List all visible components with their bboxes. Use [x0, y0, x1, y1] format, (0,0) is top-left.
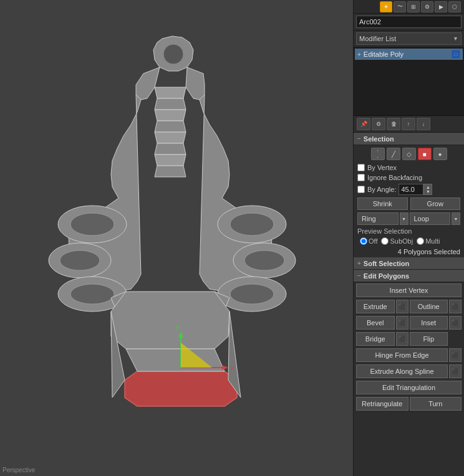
inset-settings-icon[interactable]: ⬛ — [449, 316, 462, 330]
hinge-row: Hinge From Edge ⬛ — [354, 347, 464, 363]
modifier-stack: + Editable Poly □ — [354, 47, 464, 116]
border-mode-icon[interactable]: ◇ — [402, 148, 416, 160]
turn-button[interactable]: Turn — [410, 397, 462, 411]
soft-sel-title: Soft Selection — [364, 260, 409, 267]
svg-marker-6 — [155, 98, 186, 110]
outline-settings-icon[interactable]: ⬛ — [449, 300, 462, 313]
modifier-list-label: Modifier List — [359, 35, 453, 42]
delete-modifier-icon[interactable]: 🗑 — [387, 118, 400, 130]
preview-subobj-label: SubObj — [390, 237, 413, 245]
svg-point-16 — [70, 213, 114, 236]
retriangulate-button[interactable]: Retriangulate — [356, 397, 408, 411]
preview-multi-item[interactable]: Multi — [417, 237, 440, 245]
insert-vertex-button[interactable]: Insert Vertex — [356, 283, 462, 297]
svg-marker-11 — [155, 155, 186, 166]
svg-marker-9 — [155, 132, 186, 143]
preview-multi-radio[interactable] — [417, 237, 424, 245]
preview-subobj-item[interactable]: SubObj — [381, 237, 413, 245]
polygon-mode-icon[interactable]: ■ — [418, 148, 432, 160]
svg-marker-30 — [125, 371, 237, 406]
element-mode-icon[interactable]: ● — [433, 148, 447, 160]
preview-off-item[interactable]: Off — [360, 237, 377, 245]
shape-icon[interactable]: ⬡ — [448, 1, 461, 12]
settings-icon[interactable]: ⚙ — [421, 1, 433, 12]
move-up-icon[interactable]: ↑ — [402, 118, 415, 130]
bridge-settings-icon[interactable]: ⬛ — [396, 332, 408, 346]
retriangulate-turn-row: Retriangulate Turn — [354, 396, 464, 412]
edit-triangulation-button[interactable]: Edit Triangulation — [356, 381, 462, 394]
grow-button[interactable]: Grow — [410, 198, 461, 210]
extrude-settings-icon[interactable]: ⬛ — [396, 300, 408, 313]
edge-mode-icon[interactable]: ╱ — [387, 148, 400, 160]
extrude-spline-settings-icon[interactable]: ⬛ — [449, 364, 462, 378]
hinge-from-edge-button[interactable]: Hinge From Edge — [356, 348, 448, 362]
shrink-button[interactable]: Shrink — [357, 198, 408, 210]
svg-marker-12 — [155, 166, 186, 177]
loop-button[interactable]: Loop — [410, 212, 451, 225]
bevel-button[interactable]: Bevel — [356, 316, 395, 330]
object-name-input[interactable] — [356, 16, 462, 28]
svg-marker-29 — [111, 292, 230, 349]
shrink-grow-row: Shrink Grow — [354, 196, 464, 211]
extrude-button[interactable]: Extrude — [356, 300, 395, 313]
editable-poly-item[interactable]: + Editable Poly □ — [355, 49, 463, 60]
sun-icon[interactable]: ☀ — [380, 1, 392, 12]
preview-off-radio[interactable] — [360, 237, 367, 245]
svg-text:Perspective: Perspective — [2, 467, 36, 474]
ignore-backfacing-row: Ignore Backfacing — [354, 173, 464, 183]
viewport[interactable]: y x Perspective — [0, 0, 353, 476]
angle-spinner[interactable]: ▲▼ — [423, 184, 432, 195]
selection-header[interactable]: − Selection — [354, 133, 464, 145]
by-angle-checkbox[interactable] — [357, 186, 365, 193]
grid-icon[interactable]: ⊞ — [407, 1, 420, 12]
extrude-along-spline-button[interactable]: Extrude Along Spline — [356, 364, 448, 378]
configure-icon[interactable]: ⚙ — [372, 118, 385, 130]
bridge-flip-row: Bridge ⬛ Flip — [354, 331, 464, 347]
svg-point-24 — [70, 284, 114, 304]
curve-icon[interactable]: 〜 — [394, 1, 406, 12]
hinge-settings-icon[interactable]: ⬛ — [449, 348, 462, 362]
flip-button[interactable]: Flip — [410, 332, 448, 346]
svg-point-2 — [163, 44, 183, 64]
modifier-vis-icon[interactable]: □ — [452, 50, 460, 59]
extrude-spline-row: Extrude Along Spline ⬛ — [354, 363, 464, 379]
selection-section: − Selection ·· ╱ ◇ ■ ● By Vertex Ignore … — [354, 133, 464, 257]
by-vertex-checkbox[interactable] — [357, 164, 365, 171]
bevel-settings-icon[interactable]: ⬛ — [396, 316, 408, 330]
edit-polygons-header[interactable]: − Edit Polygons — [354, 270, 464, 282]
soft-sel-expand-icon: + — [357, 260, 361, 267]
ring-arrow[interactable]: ▼ — [400, 212, 408, 225]
top-toolbar: ☀ 〜 ⊞ ⚙ ▶ ⬡ — [354, 0, 464, 14]
svg-text:x: x — [231, 364, 234, 371]
move-down-icon[interactable]: ↓ — [417, 118, 430, 130]
vertex-mode-icon[interactable]: ·· — [371, 148, 385, 160]
outline-button[interactable]: Outline — [410, 300, 448, 313]
ring-loop-row: Ring ▼ Loop ▼ — [354, 211, 464, 226]
svg-point-18 — [230, 213, 274, 236]
ignore-backfacing-checkbox[interactable] — [357, 174, 365, 181]
by-vertex-label: By Vertex — [367, 164, 397, 171]
preview-selection-row: Preview Selection — [354, 226, 464, 236]
ignore-backfacing-label: Ignore Backfacing — [367, 174, 422, 181]
polygons-selected-status: 4 Polygons Selected — [354, 246, 464, 257]
edit-polygons-title: Edit Polygons — [364, 272, 409, 280]
expand-icon: + — [357, 51, 361, 58]
svg-marker-5 — [155, 87, 186, 98]
bevel-inset-row: Bevel ⬛ Inset ⬛ — [354, 315, 464, 331]
edit-polygons-section: − Edit Polygons Insert Vertex Extrude ⬛ … — [354, 270, 464, 412]
bridge-button[interactable]: Bridge — [356, 332, 395, 346]
soft-selection-header[interactable]: + Soft Selection — [354, 257, 464, 270]
inset-button[interactable]: Inset — [410, 316, 448, 330]
svg-marker-8 — [155, 121, 186, 132]
preview-subobj-radio[interactable] — [381, 237, 389, 245]
by-angle-input[interactable] — [399, 184, 423, 195]
preview-off-label: Off — [369, 237, 377, 245]
extrude-outline-row: Extrude ⬛ Outline ⬛ — [354, 298, 464, 315]
modifier-dropdown-arrow[interactable]: ▼ — [453, 36, 458, 42]
subobject-icons-row: ·· ╱ ◇ ■ ● — [354, 145, 464, 163]
soft-selection-section: + Soft Selection — [354, 257, 464, 270]
loop-arrow[interactable]: ▼ — [452, 212, 460, 225]
ring-button[interactable]: Ring — [357, 212, 399, 225]
render-icon[interactable]: ▶ — [435, 1, 447, 12]
pin-icon[interactable]: 📌 — [357, 118, 370, 130]
